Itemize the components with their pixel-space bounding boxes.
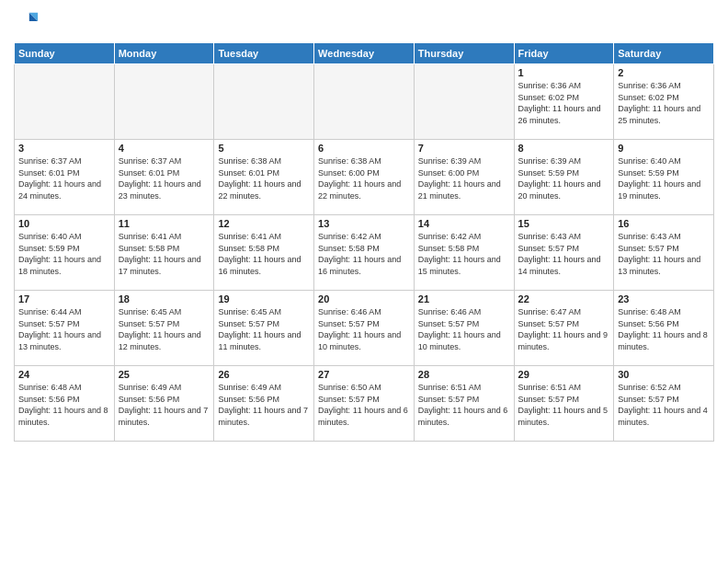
calendar-cell — [114, 64, 214, 140]
day-number: 3 — [18, 143, 110, 154]
calendar-cell: 11Sunrise: 6:41 AM Sunset: 5:58 PM Dayli… — [114, 215, 214, 291]
cell-info: Sunrise: 6:38 AM Sunset: 6:00 PM Dayligh… — [318, 155, 410, 201]
day-number: 24 — [18, 369, 110, 380]
day-number: 19 — [218, 293, 310, 304]
cell-info: Sunrise: 6:37 AM Sunset: 6:01 PM Dayligh… — [18, 155, 110, 201]
logo — [14, 9, 41, 35]
day-number: 6 — [318, 143, 410, 154]
week-row-5: 24Sunrise: 6:48 AM Sunset: 5:56 PM Dayli… — [15, 366, 714, 442]
day-number: 20 — [318, 293, 410, 304]
cell-info: Sunrise: 6:51 AM Sunset: 5:57 PM Dayligh… — [418, 382, 510, 428]
calendar-cell: 26Sunrise: 6:49 AM Sunset: 5:56 PM Dayli… — [214, 366, 314, 442]
cell-info: Sunrise: 6:39 AM Sunset: 6:00 PM Dayligh… — [418, 155, 510, 201]
calendar-cell: 20Sunrise: 6:46 AM Sunset: 5:57 PM Dayli… — [314, 291, 415, 366]
day-number: 9 — [618, 143, 710, 154]
calendar-cell: 14Sunrise: 6:42 AM Sunset: 5:58 PM Dayli… — [414, 215, 514, 291]
day-header-sunday: Sunday — [15, 43, 115, 64]
day-number: 25 — [119, 369, 210, 380]
calendar-cell: 3Sunrise: 6:37 AM Sunset: 6:01 PM Daylig… — [15, 140, 115, 215]
day-number: 8 — [518, 143, 610, 154]
calendar-cell: 30Sunrise: 6:52 AM Sunset: 5:57 PM Dayli… — [614, 366, 714, 442]
cell-info: Sunrise: 6:48 AM Sunset: 5:56 PM Dayligh… — [18, 382, 110, 428]
calendar-cell: 7Sunrise: 6:39 AM Sunset: 6:00 PM Daylig… — [414, 140, 514, 215]
day-header-tuesday: Tuesday — [214, 43, 314, 64]
calendar: SundayMondayTuesdayWednesdayThursdayFrid… — [14, 42, 714, 442]
cell-info: Sunrise: 6:43 AM Sunset: 5:57 PM Dayligh… — [618, 231, 710, 277]
day-number: 26 — [218, 369, 310, 380]
calendar-cell: 6Sunrise: 6:38 AM Sunset: 6:00 PM Daylig… — [314, 140, 415, 215]
calendar-cell: 29Sunrise: 6:51 AM Sunset: 5:57 PM Dayli… — [514, 366, 614, 442]
day-number: 13 — [318, 218, 410, 229]
calendar-cell — [214, 64, 314, 140]
calendar-cell — [314, 64, 415, 140]
day-number: 7 — [418, 143, 510, 154]
calendar-cell: 9Sunrise: 6:40 AM Sunset: 5:59 PM Daylig… — [614, 140, 714, 215]
cell-info: Sunrise: 6:45 AM Sunset: 5:57 PM Dayligh… — [218, 306, 310, 352]
cell-info: Sunrise: 6:42 AM Sunset: 5:58 PM Dayligh… — [318, 231, 410, 277]
cell-info: Sunrise: 6:52 AM Sunset: 5:57 PM Dayligh… — [618, 382, 710, 428]
logo-icon — [14, 9, 40, 35]
cell-info: Sunrise: 6:48 AM Sunset: 5:56 PM Dayligh… — [618, 306, 710, 352]
header — [14, 9, 714, 35]
calendar-cell: 22Sunrise: 6:47 AM Sunset: 5:57 PM Dayli… — [514, 291, 614, 366]
cell-info: Sunrise: 6:36 AM Sunset: 6:02 PM Dayligh… — [518, 80, 610, 126]
calendar-cell: 18Sunrise: 6:45 AM Sunset: 5:57 PM Dayli… — [114, 291, 214, 366]
cell-info: Sunrise: 6:41 AM Sunset: 5:58 PM Dayligh… — [218, 231, 310, 277]
day-number: 10 — [18, 218, 110, 229]
day-number: 30 — [618, 369, 710, 380]
day-number: 29 — [518, 369, 610, 380]
day-header-wednesday: Wednesday — [314, 43, 415, 64]
day-number: 21 — [418, 293, 510, 304]
calendar-cell: 24Sunrise: 6:48 AM Sunset: 5:56 PM Dayli… — [15, 366, 115, 442]
day-number: 12 — [218, 218, 310, 229]
cell-info: Sunrise: 6:49 AM Sunset: 5:56 PM Dayligh… — [218, 382, 310, 428]
calendar-cell: 16Sunrise: 6:43 AM Sunset: 5:57 PM Dayli… — [614, 215, 714, 291]
cell-info: Sunrise: 6:49 AM Sunset: 5:56 PM Dayligh… — [119, 382, 210, 428]
day-header-monday: Monday — [114, 43, 214, 64]
calendar-cell: 17Sunrise: 6:44 AM Sunset: 5:57 PM Dayli… — [15, 291, 115, 366]
day-number: 15 — [518, 218, 610, 229]
calendar-cell: 4Sunrise: 6:37 AM Sunset: 6:01 PM Daylig… — [114, 140, 214, 215]
calendar-cell: 23Sunrise: 6:48 AM Sunset: 5:56 PM Dayli… — [614, 291, 714, 366]
week-row-2: 3Sunrise: 6:37 AM Sunset: 6:01 PM Daylig… — [15, 140, 714, 215]
cell-info: Sunrise: 6:51 AM Sunset: 5:57 PM Dayligh… — [518, 382, 610, 428]
cell-info: Sunrise: 6:44 AM Sunset: 5:57 PM Dayligh… — [18, 306, 110, 352]
day-number: 17 — [18, 293, 110, 304]
page: SundayMondayTuesdayWednesdayThursdayFrid… — [0, 0, 728, 563]
cell-info: Sunrise: 6:43 AM Sunset: 5:57 PM Dayligh… — [518, 231, 610, 277]
day-number: 1 — [518, 67, 610, 78]
day-number: 2 — [618, 67, 710, 78]
cell-info: Sunrise: 6:42 AM Sunset: 5:58 PM Dayligh… — [418, 231, 510, 277]
calendar-cell: 12Sunrise: 6:41 AM Sunset: 5:58 PM Dayli… — [214, 215, 314, 291]
day-number: 18 — [119, 293, 210, 304]
day-number: 14 — [418, 218, 510, 229]
cell-info: Sunrise: 6:45 AM Sunset: 5:57 PM Dayligh… — [119, 306, 210, 352]
cell-info: Sunrise: 6:47 AM Sunset: 5:57 PM Dayligh… — [518, 306, 610, 352]
week-row-3: 10Sunrise: 6:40 AM Sunset: 5:59 PM Dayli… — [15, 215, 714, 291]
week-row-1: 1Sunrise: 6:36 AM Sunset: 6:02 PM Daylig… — [15, 64, 714, 140]
day-number: 5 — [218, 143, 310, 154]
calendar-cell: 15Sunrise: 6:43 AM Sunset: 5:57 PM Dayli… — [514, 215, 614, 291]
calendar-cell: 10Sunrise: 6:40 AM Sunset: 5:59 PM Dayli… — [15, 215, 115, 291]
calendar-cell: 13Sunrise: 6:42 AM Sunset: 5:58 PM Dayli… — [314, 215, 415, 291]
calendar-cell: 2Sunrise: 6:36 AM Sunset: 6:02 PM Daylig… — [614, 64, 714, 140]
day-number: 22 — [518, 293, 610, 304]
day-number: 23 — [618, 293, 710, 304]
cell-info: Sunrise: 6:50 AM Sunset: 5:57 PM Dayligh… — [318, 382, 410, 428]
week-row-4: 17Sunrise: 6:44 AM Sunset: 5:57 PM Dayli… — [15, 291, 714, 366]
cell-info: Sunrise: 6:36 AM Sunset: 6:02 PM Dayligh… — [618, 80, 710, 126]
cell-info: Sunrise: 6:39 AM Sunset: 5:59 PM Dayligh… — [518, 155, 610, 201]
calendar-cell: 8Sunrise: 6:39 AM Sunset: 5:59 PM Daylig… — [514, 140, 614, 215]
calendar-cell: 25Sunrise: 6:49 AM Sunset: 5:56 PM Dayli… — [114, 366, 214, 442]
day-header-friday: Friday — [514, 43, 614, 64]
day-number: 4 — [119, 143, 210, 154]
day-number: 27 — [318, 369, 410, 380]
day-number: 16 — [618, 218, 710, 229]
day-number: 11 — [119, 218, 210, 229]
day-header-thursday: Thursday — [414, 43, 514, 64]
calendar-header-row: SundayMondayTuesdayWednesdayThursdayFrid… — [15, 43, 714, 64]
cell-info: Sunrise: 6:40 AM Sunset: 5:59 PM Dayligh… — [18, 231, 110, 277]
day-number: 28 — [418, 369, 510, 380]
calendar-cell: 27Sunrise: 6:50 AM Sunset: 5:57 PM Dayli… — [314, 366, 415, 442]
calendar-cell: 19Sunrise: 6:45 AM Sunset: 5:57 PM Dayli… — [214, 291, 314, 366]
